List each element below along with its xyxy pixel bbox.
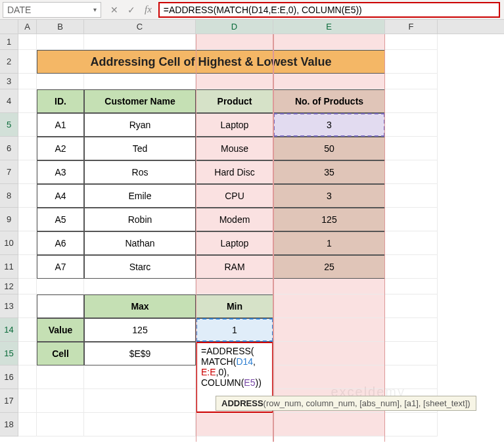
cell[interactable] — [37, 294, 84, 318]
cell[interactable] — [385, 255, 438, 279]
cell[interactable] — [273, 34, 385, 50]
row-header-17[interactable]: 17 — [0, 389, 18, 413]
row-header-12[interactable]: 12 — [0, 279, 18, 294]
td-customer[interactable]: Nathan — [84, 231, 196, 255]
name-box-dropdown-icon[interactable]: ▾ — [93, 6, 97, 13]
cell[interactable] — [196, 279, 273, 294]
row-header-8[interactable]: 8 — [0, 184, 18, 208]
col-header-D[interactable]: D — [196, 20, 273, 34]
cell[interactable] — [37, 413, 84, 436]
td-id[interactable]: A5 — [37, 208, 84, 231]
td-customer[interactable]: Ryan — [84, 113, 196, 137]
col-header-E[interactable]: E — [273, 20, 385, 34]
td-id[interactable]: A4 — [37, 184, 84, 208]
cell[interactable] — [37, 74, 84, 89]
cancel-icon[interactable]: ✕ — [110, 5, 118, 15]
cell[interactable] — [37, 279, 84, 294]
row-header-3[interactable]: 3 — [0, 74, 18, 89]
row-header-5[interactable]: 5 — [0, 113, 18, 137]
cell[interactable] — [385, 365, 438, 389]
col-header-B[interactable]: B — [37, 20, 84, 34]
cell[interactable] — [196, 413, 273, 436]
col-header-F[interactable]: F — [385, 20, 438, 34]
row-header-10[interactable]: 10 — [0, 231, 18, 255]
td-product[interactable]: Modem — [196, 208, 273, 231]
cell[interactable] — [37, 365, 84, 389]
cell[interactable] — [273, 318, 385, 342]
td-id[interactable]: A3 — [37, 160, 84, 184]
col-header-C[interactable]: C — [84, 20, 196, 34]
td-customer[interactable]: Starc — [84, 255, 196, 279]
cell[interactable] — [18, 113, 37, 137]
td-qty[interactable]: 35 — [273, 160, 385, 184]
cell[interactable] — [273, 365, 385, 389]
cell[interactable] — [18, 208, 37, 231]
td-product[interactable]: Hard Disc — [196, 160, 273, 184]
cell[interactable] — [385, 184, 438, 208]
td-qty[interactable]: 25 — [273, 255, 385, 279]
cell[interactable] — [196, 34, 273, 50]
cell[interactable] — [18, 231, 37, 255]
cell[interactable] — [18, 34, 37, 50]
cell[interactable] — [385, 342, 438, 365]
cell[interactable] — [385, 113, 438, 137]
th-customer[interactable]: Customer Name — [84, 89, 196, 113]
enter-icon[interactable]: ✓ — [127, 5, 135, 15]
col-header-A[interactable]: A — [18, 20, 37, 34]
formula-bar-input[interactable]: =ADDRESS(MATCH(D14,E:E,0), COLUMN(E5)) — [158, 2, 500, 18]
td-product[interactable]: Laptop — [196, 231, 273, 255]
row-header-16[interactable]: 16 — [0, 365, 18, 389]
name-box[interactable]: DATE ▾ — [3, 2, 101, 18]
max-label[interactable]: Max — [84, 294, 196, 318]
cell[interactable] — [18, 74, 37, 89]
td-id[interactable]: A7 — [37, 255, 84, 279]
cell[interactable] — [385, 50, 438, 74]
row-header-14[interactable]: 14 — [0, 318, 18, 342]
td-qty[interactable]: 3 — [273, 184, 385, 208]
td-id[interactable]: A1 — [37, 113, 84, 137]
th-product[interactable]: Product — [196, 89, 273, 113]
td-customer[interactable]: Ted — [84, 137, 196, 160]
td-customer[interactable]: Ros — [84, 160, 196, 184]
cell[interactable] — [84, 34, 196, 50]
cell[interactable] — [385, 279, 438, 294]
td-customer[interactable]: Robin — [84, 208, 196, 231]
cell[interactable] — [18, 137, 37, 160]
cell[interactable] — [385, 294, 438, 318]
cell[interactable] — [385, 34, 438, 50]
row-header-13[interactable]: 13 — [0, 294, 18, 318]
cell[interactable] — [273, 294, 385, 318]
th-qty[interactable]: No. of Products — [273, 89, 385, 113]
cell[interactable] — [18, 50, 37, 74]
cell[interactable] — [385, 160, 438, 184]
cell[interactable] — [37, 389, 84, 413]
row-header-7[interactable]: 7 — [0, 160, 18, 184]
row-header-4[interactable]: 4 — [0, 89, 18, 113]
cell[interactable] — [18, 413, 37, 436]
value-label[interactable]: Value — [37, 318, 84, 342]
title-cell[interactable]: Addressing Cell of Highest & Lowest Valu… — [37, 50, 385, 74]
cell[interactable] — [273, 74, 385, 89]
cell[interactable] — [273, 413, 385, 436]
cell[interactable] — [385, 137, 438, 160]
max-cell[interactable]: $E$9 — [84, 342, 196, 365]
cell[interactable] — [273, 279, 385, 294]
row-header-2[interactable]: 2 — [0, 50, 18, 74]
min-label[interactable]: Min — [196, 294, 273, 318]
cell[interactable] — [18, 89, 37, 113]
row-header-15[interactable]: 15 — [0, 342, 18, 365]
td-qty[interactable]: 1 — [273, 231, 385, 255]
td-product[interactable]: Mouse — [196, 137, 273, 160]
td-product[interactable]: RAM — [196, 255, 273, 279]
cell[interactable] — [84, 389, 196, 413]
td-product[interactable]: Laptop — [196, 113, 273, 137]
cell[interactable] — [385, 208, 438, 231]
max-value[interactable]: 125 — [84, 318, 196, 342]
cell[interactable] — [18, 255, 37, 279]
td-qty[interactable]: 125 — [273, 208, 385, 231]
row-header-6[interactable]: 6 — [0, 137, 18, 160]
row-header-18[interactable]: 18 — [0, 413, 18, 436]
td-id[interactable]: A6 — [37, 231, 84, 255]
min-value-D14[interactable]: 1 — [196, 318, 273, 342]
td-product[interactable]: CPU — [196, 184, 273, 208]
